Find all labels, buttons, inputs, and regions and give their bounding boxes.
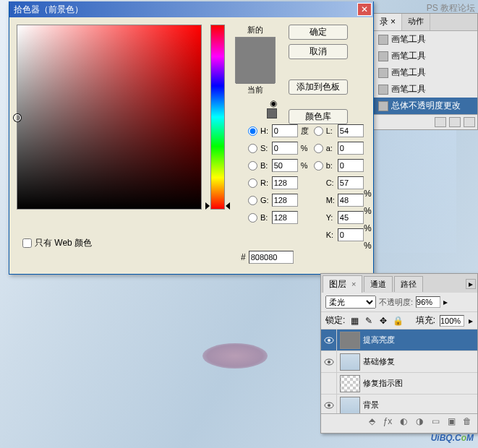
close-button[interactable]: ✕ — [357, 3, 372, 16]
cube-warning-icon[interactable]: ◉ — [267, 98, 277, 108]
input-b3[interactable] — [272, 211, 298, 224]
fx-icon[interactable]: ƒx — [382, 416, 393, 426]
color-picker-dialog: 拾色器（前景色） ✕ 新的 当前 ◉ 确定 取消 — [9, 1, 374, 275]
trash-icon[interactable] — [464, 117, 475, 127]
lock-trans-icon[interactable]: ▦ — [349, 316, 359, 326]
new-snapshot-icon[interactable] — [435, 117, 446, 127]
radio-s[interactable] — [248, 144, 257, 153]
visibility-eye-icon[interactable] — [321, 351, 337, 372]
watermark-bottom: UiBQ.CoM — [431, 426, 474, 445]
new-layer-icon[interactable]: ▣ — [445, 416, 457, 426]
svg-point-5 — [328, 404, 330, 407]
tab-layers[interactable]: 图层 × — [323, 275, 362, 293]
brush-icon — [378, 51, 388, 61]
radio-a[interactable] — [314, 144, 323, 153]
radio-l[interactable] — [314, 126, 323, 136]
input-hex[interactable] — [249, 251, 294, 264]
tab-actions[interactable]: 动作 — [402, 14, 430, 30]
opacity-input[interactable] — [416, 296, 440, 308]
cancel-button[interactable]: 取消 — [289, 44, 348, 59]
layer-thumbnail[interactable] — [340, 397, 360, 414]
opacity-label: 不透明度: — [379, 297, 413, 308]
new-label: 新的 — [234, 25, 277, 35]
swatch-new[interactable] — [236, 38, 275, 61]
color-field[interactable] — [17, 25, 202, 210]
input-s[interactable] — [272, 142, 298, 155]
color-fields: H:度 L: S:% a: B:% b: R: C: G: M: B: Y: K… — [248, 124, 364, 241]
web-only-checkbox[interactable]: 只有 Web 颜色 — [22, 237, 92, 249]
web-warning-icon[interactable] — [267, 108, 277, 119]
input-h[interactable] — [272, 124, 298, 137]
radio-b2[interactable] — [314, 161, 323, 171]
lock-move-icon[interactable]: ✥ — [378, 316, 388, 326]
radio-b[interactable] — [248, 161, 257, 171]
color-lib-button[interactable]: 颜色库 — [289, 109, 348, 124]
input-k[interactable] — [338, 228, 364, 241]
dialog-title: 拾色器（前景色） — [14, 4, 83, 16]
visibility-eye-icon[interactable] — [321, 395, 337, 413]
tab-paths[interactable]: 路径 — [394, 276, 423, 292]
input-r[interactable] — [272, 176, 298, 189]
layers-panel: 图层 × 通道 路径 ▸ 柔光 不透明度: ▸ 锁定: ▦ ✎ ✥ 🔒 填充: … — [320, 273, 478, 434]
visibility-eye-icon[interactable] — [321, 373, 337, 394]
tab-channels[interactable]: 通道 — [364, 276, 393, 292]
web-only-input[interactable] — [22, 238, 32, 248]
brush-icon — [378, 85, 388, 95]
blend-mode-select[interactable]: 柔光 — [325, 296, 376, 309]
radio-b3[interactable] — [248, 213, 257, 223]
layer-thumbnail[interactable] — [340, 353, 360, 371]
new-state-icon[interactable] — [449, 117, 461, 127]
radio-r[interactable] — [248, 178, 257, 188]
tab-history[interactable]: 录 × — [374, 14, 402, 30]
fill-label: 填充: — [416, 314, 435, 327]
folder-icon[interactable]: ▭ — [430, 416, 441, 426]
dialog-titlebar[interactable]: 拾色器（前景色） ✕ — [9, 1, 373, 17]
history-footer — [374, 114, 477, 129]
input-g[interactable] — [272, 194, 298, 207]
trash-icon[interactable]: 🗑 — [461, 416, 473, 426]
radio-h[interactable] — [248, 126, 257, 136]
hue-slider[interactable] — [210, 25, 225, 210]
adjust-icon[interactable]: ◑ — [414, 416, 425, 426]
mask-icon[interactable]: ◐ — [398, 416, 409, 426]
input-a[interactable] — [338, 142, 364, 155]
brush-icon — [378, 68, 388, 78]
input-l[interactable] — [338, 124, 364, 137]
input-y[interactable] — [338, 211, 364, 224]
input-c[interactable] — [338, 176, 364, 189]
input-b[interactable] — [272, 159, 298, 172]
background-lips — [202, 343, 268, 369]
layer-row[interactable]: 基础修复 — [321, 351, 477, 373]
panel-menu-icon[interactable]: ▸ — [466, 279, 476, 289]
ok-button[interactable]: 确定 — [289, 25, 348, 40]
chevron-icon[interactable]: ▸ — [469, 316, 473, 326]
layer-row[interactable]: 提高亮度 — [321, 329, 477, 351]
layer-row[interactable]: 修复指示图 — [321, 373, 477, 395]
opacity-icon — [378, 101, 388, 111]
input-m[interactable] — [338, 194, 364, 207]
link-icon[interactable]: ⬘ — [366, 416, 377, 426]
chevron-icon[interactable]: ▸ — [443, 297, 448, 307]
hue-arrow-left — [205, 202, 210, 210]
hue-arrow-right — [226, 202, 230, 210]
input-b2[interactable] — [338, 159, 364, 172]
layer-row[interactable]: 背景 — [321, 395, 477, 413]
history-item-selected[interactable]: 总体不透明度更改 — [374, 98, 477, 114]
swatch-current[interactable] — [236, 61, 275, 84]
history-item[interactable]: 画笔工具 — [374, 31, 477, 48]
history-item[interactable]: 画笔工具 — [374, 64, 477, 81]
layer-thumbnail[interactable] — [340, 332, 360, 349]
history-panel: 录 × 动作 画笔工具 画笔工具 画笔工具 画笔工具 总体不透明度更改 — [373, 13, 478, 130]
fill-input[interactable] — [440, 315, 464, 327]
radio-g[interactable] — [248, 196, 257, 205]
lock-paint-icon[interactable]: ✎ — [364, 316, 374, 326]
svg-point-3 — [328, 361, 330, 363]
lock-all-icon[interactable]: 🔒 — [393, 316, 403, 326]
brush-icon — [378, 35, 388, 45]
history-item[interactable]: 画笔工具 — [374, 81, 477, 98]
history-item[interactable]: 画笔工具 — [374, 48, 477, 64]
visibility-eye-icon[interactable] — [321, 329, 337, 350]
layer-thumbnail[interactable] — [340, 375, 360, 392]
add-swatch-button[interactable]: 添加到色板 — [289, 79, 348, 95]
color-cursor — [14, 114, 21, 121]
